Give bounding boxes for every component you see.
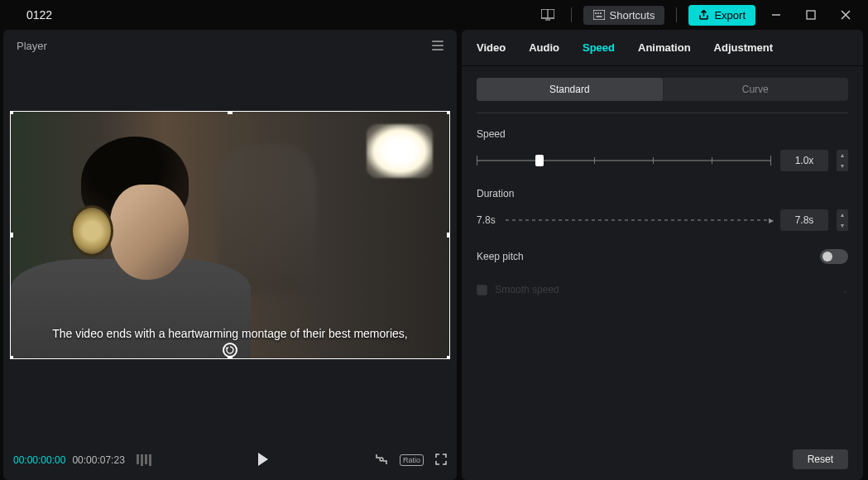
tab-speed[interactable]: Speed xyxy=(583,41,615,54)
sub-tab-standard[interactable]: Standard xyxy=(477,78,663,101)
speed-value[interactable]: 1.0x xyxy=(780,150,828,171)
duration-track[interactable]: ▶ xyxy=(506,219,770,221)
player-panel: Player The video ends with a heartwarmin… xyxy=(3,30,457,480)
smooth-speed-checkbox xyxy=(477,285,487,295)
keep-pitch-toggle[interactable] xyxy=(820,249,848,264)
duration-label: Duration xyxy=(477,188,848,199)
titlebar: 0122 Shortcuts Export xyxy=(0,0,868,30)
svg-point-12 xyxy=(380,458,383,461)
speed-sub-tabs: Standard Curve xyxy=(477,78,848,101)
resize-handle[interactable] xyxy=(10,111,13,114)
arrow-right-icon: ▶ xyxy=(769,217,774,224)
resize-handle[interactable] xyxy=(228,111,233,114)
close-button[interactable] xyxy=(832,3,860,26)
resize-handle[interactable] xyxy=(10,356,13,359)
speed-label: Speed xyxy=(477,128,848,140)
tab-audio[interactable]: Audio xyxy=(529,41,559,54)
chevron-down-icon: ⌄ xyxy=(842,286,848,295)
chevron-down-icon[interactable]: ▼ xyxy=(837,220,848,231)
player-label: Player xyxy=(17,40,47,52)
compare-icon[interactable] xyxy=(137,454,151,466)
ratio-button[interactable]: Ratio xyxy=(400,454,424,466)
duration-value[interactable]: 7.8s xyxy=(780,209,828,231)
crop-icon[interactable] xyxy=(375,453,388,468)
play-button[interactable] xyxy=(257,453,269,468)
reset-button[interactable]: Reset xyxy=(793,449,848,469)
chevron-up-icon[interactable]: ▲ xyxy=(837,150,848,161)
shortcuts-label: Shortcuts xyxy=(610,9,655,22)
export-label: Export xyxy=(714,9,746,22)
resize-handle[interactable] xyxy=(447,233,450,238)
properties-tabs: Video Audio Speed Animation Adjustment xyxy=(462,30,863,66)
chevron-up-icon[interactable]: ▲ xyxy=(837,209,848,220)
tab-animation[interactable]: Animation xyxy=(638,41,691,54)
minimize-button[interactable] xyxy=(762,3,790,26)
tab-video[interactable]: Video xyxy=(477,41,506,54)
layout-icon[interactable] xyxy=(536,3,559,26)
svg-rect-8 xyxy=(807,11,815,19)
export-button[interactable]: Export xyxy=(688,5,755,26)
tab-adjustment[interactable]: Adjustment xyxy=(714,41,774,54)
time-current[interactable]: 00:00:00:00 xyxy=(13,454,65,466)
sub-tab-curve[interactable]: Curve xyxy=(663,78,849,101)
duration-stepper[interactable]: ▲ ▼ xyxy=(837,209,848,231)
player-menu-icon[interactable] xyxy=(432,41,444,50)
fullscreen-icon[interactable] xyxy=(435,454,447,468)
properties-panel: Video Audio Speed Animation Adjustment S… xyxy=(462,30,863,480)
maximize-button[interactable] xyxy=(797,3,825,26)
video-canvas[interactable]: The video ends with a heartwarming monta… xyxy=(10,111,450,359)
resize-handle[interactable] xyxy=(10,233,13,238)
smooth-speed-label: Smooth speed xyxy=(495,284,559,295)
shortcuts-button[interactable]: Shortcuts xyxy=(583,6,665,25)
resize-handle[interactable] xyxy=(447,111,450,114)
project-title: 0122 xyxy=(8,8,536,22)
speed-slider[interactable] xyxy=(477,155,770,166)
duration-left-text: 7.8s xyxy=(477,214,496,226)
svg-rect-2 xyxy=(593,10,605,20)
rotate-handle-icon[interactable] xyxy=(223,343,237,358)
video-caption[interactable]: The video ends with a heartwarming monta… xyxy=(33,325,428,342)
speed-stepper[interactable]: ▲ ▼ xyxy=(837,150,848,171)
time-total: 00:00:07:23 xyxy=(72,454,124,466)
keep-pitch-label: Keep pitch xyxy=(477,251,524,262)
svg-marker-11 xyxy=(258,453,268,466)
chevron-down-icon[interactable]: ▼ xyxy=(837,161,848,171)
resize-handle[interactable] xyxy=(447,356,450,359)
